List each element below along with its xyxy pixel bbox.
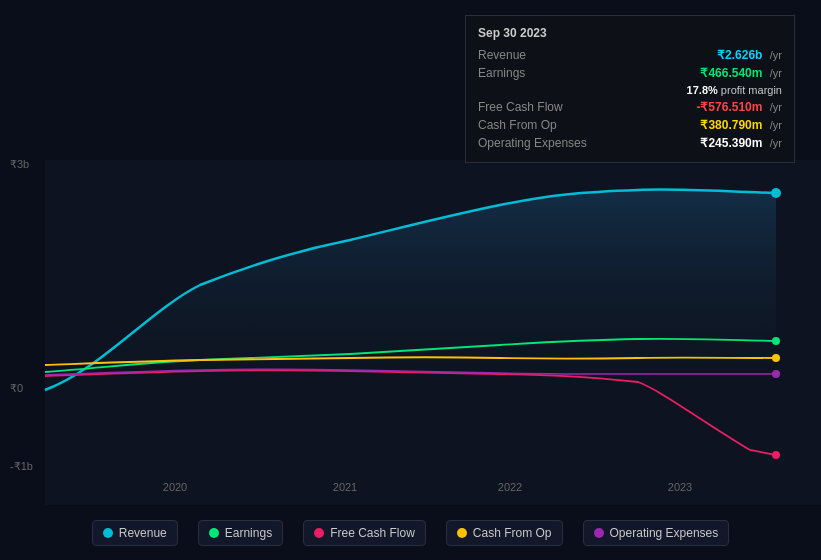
legend-cashop[interactable]: Cash From Op (446, 520, 563, 546)
tooltip-row-opex: Operating Expenses ₹245.390m /yr (478, 134, 782, 152)
legend-label-fcf: Free Cash Flow (330, 526, 415, 540)
legend-label-cashop: Cash From Op (473, 526, 552, 540)
tooltip-value-opex: ₹245.390m (700, 136, 762, 150)
svg-point-4 (772, 354, 780, 362)
tooltip-label-cashop: Cash From Op (478, 118, 588, 132)
tooltip-unit-fcf: /yr (770, 101, 782, 113)
x-label-2020: 2020 (163, 481, 187, 493)
chart-legend: Revenue Earnings Free Cash Flow Cash Fro… (0, 505, 821, 560)
tooltip-value-fcf: -₹576.510m (696, 100, 762, 114)
legend-dot-fcf (314, 528, 324, 538)
legend-dot-earnings (209, 528, 219, 538)
x-label-2023: 2023 (668, 481, 692, 493)
tooltip-value-cashop: ₹380.790m (700, 118, 762, 132)
legend-dot-opex (594, 528, 604, 538)
tooltip-unit-cashop: /yr (770, 119, 782, 131)
tooltip-unit-revenue: /yr (770, 49, 782, 61)
legend-dot-revenue (103, 528, 113, 538)
tooltip-row-fcf: Free Cash Flow -₹576.510m /yr (478, 98, 782, 116)
legend-earnings[interactable]: Earnings (198, 520, 283, 546)
tooltip-unit-earnings: /yr (770, 67, 782, 79)
tooltip-unit-opex: /yr (770, 137, 782, 149)
tooltip-profit-margin: 17.8% profit margin (687, 84, 782, 96)
tooltip-row-margin: 17.8% profit margin (478, 82, 782, 98)
tooltip-row-earnings: Earnings ₹466.540m /yr (478, 64, 782, 82)
legend-dot-cashop (457, 528, 467, 538)
data-tooltip: Sep 30 2023 Revenue ₹2.626b /yr Earnings… (465, 15, 795, 163)
legend-label-revenue: Revenue (119, 526, 167, 540)
tooltip-label-opex: Operating Expenses (478, 136, 588, 150)
tooltip-value-earnings: ₹466.540m (700, 66, 762, 80)
x-label-2021: 2021 (333, 481, 357, 493)
x-label-2022: 2022 (498, 481, 522, 493)
tooltip-value-revenue: ₹2.626b (717, 48, 762, 62)
tooltip-row-revenue: Revenue ₹2.626b /yr (478, 46, 782, 64)
tooltip-label-fcf: Free Cash Flow (478, 100, 588, 114)
legend-fcf[interactable]: Free Cash Flow (303, 520, 426, 546)
legend-revenue[interactable]: Revenue (92, 520, 178, 546)
svg-point-2 (772, 337, 780, 345)
svg-point-1 (771, 188, 781, 198)
tooltip-label-revenue: Revenue (478, 48, 588, 62)
svg-point-5 (772, 370, 780, 378)
tooltip-label-earnings: Earnings (478, 66, 588, 80)
tooltip-title: Sep 30 2023 (478, 26, 782, 40)
legend-opex[interactable]: Operating Expenses (583, 520, 730, 546)
legend-label-earnings: Earnings (225, 526, 272, 540)
tooltip-row-cashop: Cash From Op ₹380.790m /yr (478, 116, 782, 134)
svg-point-3 (772, 451, 780, 459)
legend-label-opex: Operating Expenses (610, 526, 719, 540)
